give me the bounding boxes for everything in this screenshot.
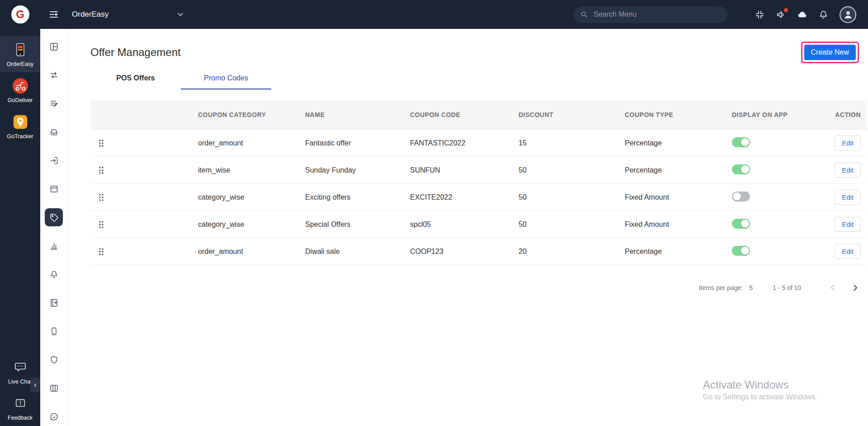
logo-wrap: G [0, 5, 40, 23]
drag-handle-icon[interactable] [97, 137, 106, 149]
orders-icon[interactable] [45, 94, 63, 112]
cell-discount: 50 [519, 193, 625, 201]
notification-dot [784, 8, 788, 12]
layout-icon[interactable] [45, 379, 63, 397]
rail-spacer [0, 145, 40, 354]
search-box[interactable] [574, 6, 727, 23]
cell-coupon-category: category_wise [198, 193, 305, 201]
checkout-icon[interactable] [45, 151, 63, 169]
table-row: order_amount Fantastic offer FANTASTIC20… [90, 130, 867, 157]
feedback-icon [12, 395, 29, 412]
header-coupon-category: COUPON CATEGORY [198, 111, 305, 118]
header-action: ACTION [832, 111, 867, 118]
app-item-label: GoDeliver [8, 97, 33, 103]
app-switcher-label: OrderEasy [72, 10, 108, 19]
cell-coupon-category: category_wise [198, 220, 305, 229]
app-item-label: Feedback [8, 415, 33, 421]
app-item-gotracker[interactable]: GoTracker [0, 108, 40, 145]
header-display-on-app: DISPLAY ON APP [732, 111, 832, 118]
toggle-knob [741, 247, 749, 255]
drag-handle-icon[interactable] [97, 164, 106, 176]
display-on-app-toggle[interactable] [732, 192, 750, 201]
offers-tag-icon[interactable] [45, 208, 63, 226]
cell-coupon-type: Percentage [625, 139, 732, 147]
chat-icon[interactable] [45, 407, 63, 426]
tab-promo-codes[interactable]: Promo Codes [181, 69, 271, 89]
edit-button[interactable]: Edit [835, 244, 861, 259]
announcement-icon[interactable] [776, 9, 786, 20]
screen: G OrderEasy [0, 0, 868, 426]
godeliver-app-icon [12, 77, 29, 94]
notifications-bell-icon[interactable] [818, 9, 829, 20]
cell-coupon-category: item_wise [198, 166, 305, 174]
ledger-icon[interactable] [45, 294, 63, 312]
chevron-down-icon [176, 10, 185, 19]
brand-logo: G [11, 5, 29, 23]
edit-button[interactable]: Edit [835, 163, 861, 178]
page-title: Offer Management [90, 46, 181, 59]
search-input[interactable] [593, 10, 721, 19]
edit-button[interactable]: Edit [835, 217, 861, 232]
header-name: NAME [305, 111, 410, 118]
display-on-app-toggle[interactable] [732, 246, 750, 256]
cell-coupon-code: spcl05 [410, 220, 519, 229]
display-on-app-toggle[interactable] [732, 164, 750, 174]
cell-name: Exciting offers [305, 193, 410, 201]
cell-coupon-code: FANTASTIC2022 [410, 139, 519, 147]
app-item-feedback[interactable]: Feedback [0, 390, 40, 426]
drag-handle-icon[interactable] [97, 192, 106, 203]
sidebar-toggle-icon[interactable] [48, 9, 59, 20]
next-page-button[interactable] [849, 281, 862, 294]
items-per-page-label: Items per page: [699, 284, 743, 291]
security-icon[interactable] [45, 351, 63, 369]
app-item-label: OrderEasy [7, 61, 34, 67]
cell-coupon-code: EXCITE2022 [410, 193, 519, 201]
display-on-app-toggle[interactable] [732, 137, 750, 147]
promo-codes-table: COUPON CATEGORY NAME COUPON CODE DISCOUN… [90, 100, 867, 265]
cell-discount: 50 [519, 220, 625, 229]
app-item-label: Live Chat [8, 379, 32, 385]
cell-coupon-category: order_amount [198, 139, 305, 147]
avatar[interactable] [840, 6, 856, 23]
search-icon [580, 10, 588, 19]
drag-handle-icon[interactable] [97, 246, 106, 257]
reports-icon[interactable] [45, 237, 63, 255]
cell-discount: 15 [519, 139, 625, 147]
inbox-icon[interactable] [45, 123, 63, 141]
app-item-ordereasy[interactable]: OrderEasy [0, 36, 40, 72]
cell-coupon-category: order_amount [198, 248, 305, 256]
app-rail: OrderEasy GoDeliver GoTracker Live Cha [0, 29, 40, 426]
cell-coupon-type: Fixed Amount [625, 220, 732, 229]
table-row: category_wise Special Offers spcl05 50 F… [90, 211, 867, 238]
cell-coupon-code: COOP123 [410, 248, 519, 256]
table-row: order_amount Diwali sale COOP123 20 Perc… [90, 238, 867, 265]
items-per-page-value[interactable]: 5 [749, 284, 753, 291]
fullscreen-icon[interactable] [755, 9, 765, 20]
table-body: order_amount Fantastic offer FANTASTIC20… [90, 130, 867, 265]
previous-page-button[interactable] [826, 281, 839, 294]
toggle-knob [733, 192, 741, 201]
cloud-icon[interactable] [797, 9, 807, 20]
app-switcher[interactable]: OrderEasy [72, 10, 185, 19]
cell-coupon-code: SUNFUN [410, 166, 519, 174]
drag-handle-icon[interactable] [97, 219, 106, 230]
cell-coupon-type: Fixed Amount [625, 193, 732, 201]
create-new-button[interactable]: Create New [804, 45, 856, 60]
tab-pos-offers[interactable]: POS Offers [90, 69, 181, 89]
cell-discount: 20 [519, 248, 625, 256]
transfer-icon[interactable] [45, 66, 63, 84]
toggle-knob [741, 220, 749, 228]
table-header-row: COUPON CATEGORY NAME COUPON CODE DISCOUN… [90, 100, 867, 130]
cell-discount: 50 [519, 166, 625, 174]
edit-button[interactable]: Edit [835, 190, 861, 205]
card-icon[interactable] [45, 180, 63, 198]
display-on-app-toggle[interactable] [732, 219, 750, 229]
rail-collapse-button[interactable]: ‹ [30, 378, 40, 392]
nav-rail [40, 29, 68, 426]
app-item-godeliver[interactable]: GoDeliver [0, 72, 40, 108]
alerts-icon[interactable] [45, 265, 63, 283]
mobile-icon[interactable] [45, 322, 63, 340]
edit-button[interactable]: Edit [835, 136, 861, 150]
toggle-knob [741, 138, 749, 146]
dashboard-icon[interactable] [45, 37, 63, 56]
